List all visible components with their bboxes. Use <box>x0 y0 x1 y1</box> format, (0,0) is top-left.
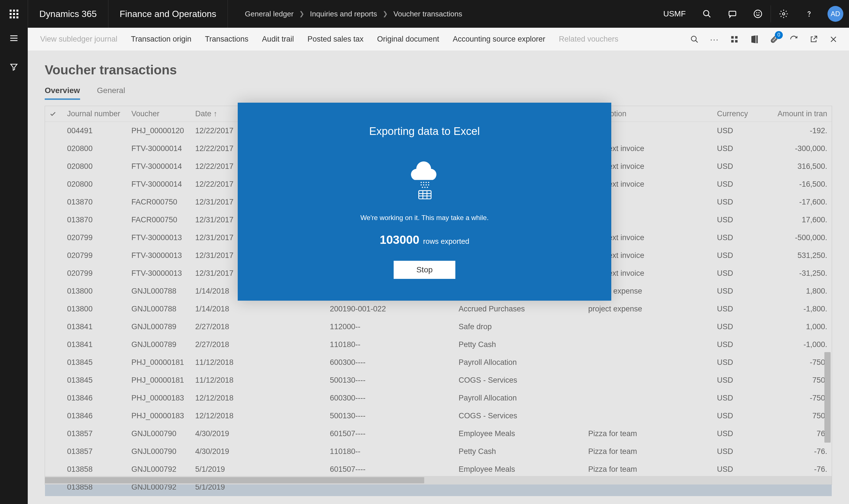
rows-exported-label: rows exported <box>423 237 469 246</box>
cloud-download-icon <box>403 155 446 200</box>
progress-text: 103000 rows exported <box>380 233 470 247</box>
svg-point-23 <box>421 184 422 185</box>
rows-exported-count: 103000 <box>380 233 420 246</box>
export-progress-dialog: Exporting data to Excel We're working on… <box>238 103 611 301</box>
svg-rect-30 <box>419 191 431 199</box>
svg-point-28 <box>424 187 425 188</box>
svg-point-27 <box>422 187 423 188</box>
svg-point-29 <box>427 187 428 188</box>
svg-point-22 <box>428 182 429 183</box>
stop-button[interactable]: Stop <box>394 261 455 279</box>
dialog-message: We're working on it. This may take a whi… <box>360 214 489 222</box>
svg-point-21 <box>426 182 427 183</box>
svg-point-25 <box>426 184 427 185</box>
modal-overlay: Exporting data to Excel We're working on… <box>0 0 849 504</box>
dialog-title: Exporting data to Excel <box>369 125 480 138</box>
svg-point-20 <box>423 182 424 183</box>
svg-point-24 <box>423 184 424 185</box>
svg-point-26 <box>428 184 429 185</box>
svg-point-19 <box>421 182 422 183</box>
